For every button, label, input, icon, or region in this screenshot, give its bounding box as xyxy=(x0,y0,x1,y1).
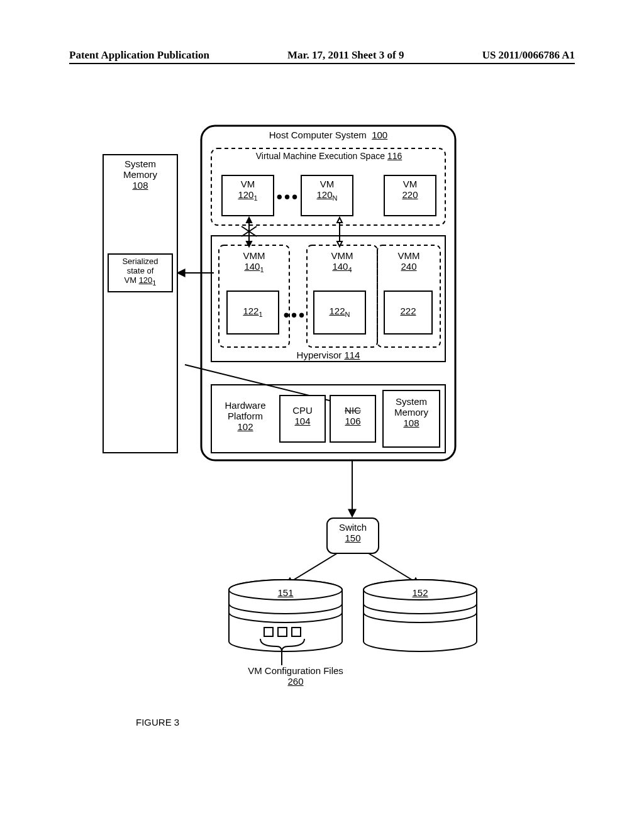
svg-rect-24 xyxy=(278,628,287,636)
svg-line-13 xyxy=(242,226,257,236)
header-rule xyxy=(69,63,575,64)
vm-ellipsis: ••• xyxy=(275,187,301,207)
vmes-title: Virtual Machine Execution Space 116 xyxy=(219,151,439,161)
dev-ellipsis: ••• xyxy=(283,306,307,325)
dev-box-3: 222 xyxy=(384,290,433,335)
vmm-label-2: VMM 1404 xyxy=(307,250,377,274)
vmm-label-1: VMM 1401 xyxy=(219,250,289,274)
header-left: Patent Application Publication xyxy=(69,49,209,62)
svg-rect-23 xyxy=(264,628,273,636)
switch-label: Switch 150 xyxy=(327,522,379,543)
vcf-label: VM Configuration Files 260 xyxy=(214,665,377,687)
svg-line-12 xyxy=(242,226,257,236)
vmm-label-3: VMM 240 xyxy=(377,250,440,272)
svg-marker-11 xyxy=(247,218,252,223)
disk2-ref: 152 xyxy=(389,587,452,598)
page-header: Patent Application Publication Mar. 17, … xyxy=(69,49,575,62)
sysmem-box: System Memory 108 xyxy=(382,390,440,448)
svg-rect-7 xyxy=(103,155,177,453)
svg-marker-10 xyxy=(247,241,252,246)
hypervisor-label: Hypervisor 114 xyxy=(211,350,445,360)
svg-marker-14 xyxy=(337,241,342,246)
svg-marker-15 xyxy=(337,218,342,223)
serialized-state-label: Serialized state of VM 1201 xyxy=(108,257,172,287)
dev-box-2: 122N xyxy=(313,290,366,335)
vm-box-1: VM 1201 xyxy=(221,175,274,216)
memory-title: System Memory 108 xyxy=(103,158,177,191)
header-center: Mar. 17, 2011 Sheet 3 of 9 xyxy=(287,49,404,62)
disk1-ref: 151 xyxy=(254,587,317,598)
host-title: Host Computer System 100 xyxy=(208,130,449,140)
svg-rect-25 xyxy=(292,628,301,636)
svg-line-19 xyxy=(286,553,337,585)
hw-platform-label: Hardware Platform 102 xyxy=(214,400,277,432)
vm-box-220: VM 220 xyxy=(384,175,436,216)
cpu-box: CPU 104 xyxy=(279,395,326,443)
header-right: US 2011/0066786 A1 xyxy=(482,49,575,62)
svg-line-20 xyxy=(369,553,420,585)
nic-box: NIC 106 xyxy=(330,395,376,443)
vm-box-n: VM 120N xyxy=(301,175,353,216)
figure-caption: FIGURE 3 xyxy=(136,717,224,728)
dev-box-1: 1221 xyxy=(226,290,279,335)
